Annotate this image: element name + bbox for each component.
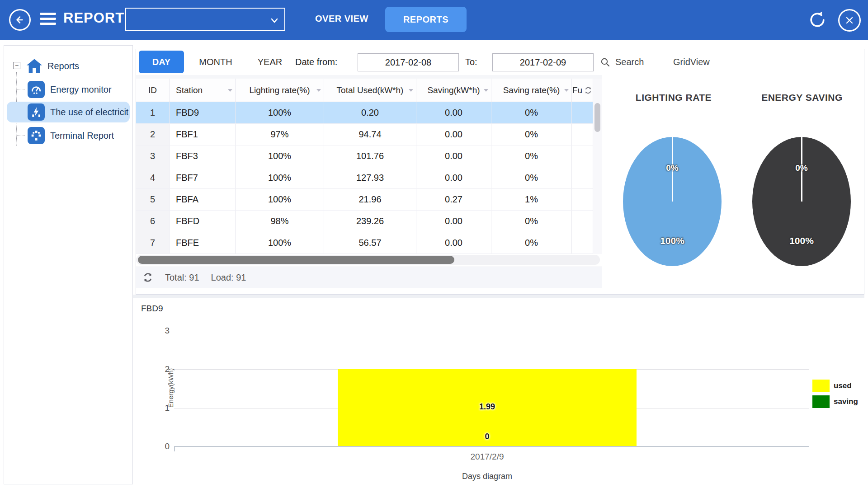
pie-label-100pct: 100%	[752, 235, 851, 246]
sidebar-item-label: Terminal Report	[50, 131, 114, 141]
filter-icon[interactable]	[564, 89, 569, 92]
x-tick-date: 2017/2/9	[338, 452, 637, 462]
date-from-input[interactable]	[358, 53, 459, 71]
sidebar-item-terminal-report[interactable]: Terminal Report	[4, 125, 132, 146]
column-header-saving[interactable]: Saving(kW*h)	[416, 79, 491, 102]
search-icon	[600, 57, 611, 68]
table-row[interactable]: 5FBFA100%21.960.271%	[136, 189, 593, 211]
header-dropdown[interactable]	[125, 8, 285, 31]
lighting-rate-title: LIGHTING RATE	[615, 92, 732, 103]
date-from-label: Date from:	[295, 49, 337, 75]
legend-item-used: used	[812, 380, 858, 392]
chevron-down-icon	[269, 15, 280, 26]
table-row[interactable]: 3FBF3100%101.760.000%	[136, 145, 593, 167]
table-footer: Total: 91 Load: 91	[136, 267, 602, 288]
days-diagram-panel: FBD9 3 2 1 0 Energy(kWh) 1.99 0 2017/2/9…	[136, 298, 864, 485]
electricity-icon	[28, 103, 45, 121]
energy-saving-pie: 0% 100%	[752, 137, 851, 266]
column-header-station[interactable]: Station	[170, 79, 236, 102]
y-tick: 3	[152, 326, 170, 336]
load-count: Load: 91	[211, 272, 246, 283]
terminal-icon	[28, 127, 45, 144]
saving-swatch	[812, 395, 830, 408]
energy-saving-title: ENERGY SAVING	[743, 92, 861, 103]
table-row[interactable]: 1FBD9100%0.200.000%	[136, 102, 593, 124]
x-axis-line	[174, 446, 809, 447]
used-swatch	[812, 380, 830, 392]
column-header-fu[interactable]: Fu	[572, 79, 593, 102]
saving-value-label: 0	[338, 432, 637, 441]
bar-chart-plot: 3 2 1 0 Energy(kWh) 1.99 0 2017/2/9 Days…	[174, 331, 809, 446]
column-header-id[interactable]: ID	[136, 79, 170, 102]
filter-icon[interactable]	[316, 89, 321, 92]
home-icon	[26, 58, 43, 74]
hamburger-menu-icon[interactable]	[40, 13, 56, 27]
reload-icon[interactable]	[142, 272, 153, 283]
sidebar-item-label: The use of electricit	[50, 107, 128, 117]
horizontal-scrollbar-thumb[interactable]	[138, 256, 454, 264]
table-row[interactable]: 6FBFD98%239.260.000%	[136, 211, 593, 232]
filter-icon[interactable]	[409, 89, 413, 92]
chart-station-title: FBD9	[141, 304, 163, 314]
table-row[interactable]: 7FBFE100%56.570.000%	[136, 232, 593, 254]
table-row[interactable]: 4FBF7100%127.930.000%	[136, 167, 593, 189]
chart-caption: Days diagram	[338, 472, 637, 481]
date-to-label: To:	[465, 49, 477, 75]
sidebar-item-reports[interactable]: Reports	[4, 56, 132, 76]
tab-overview[interactable]: OVER VIEW	[315, 14, 368, 24]
sidebar-item-label: Reports	[47, 61, 79, 71]
back-arrow-icon	[14, 14, 26, 26]
app-title: REPORT	[63, 10, 124, 26]
search-button[interactable]: Search	[600, 49, 644, 75]
app-header: REPORT OVER VIEW REPORTS	[0, 0, 868, 40]
filter-icon[interactable]	[484, 89, 488, 92]
chart-legend: used saving	[812, 380, 858, 411]
panel-divider	[133, 295, 864, 298]
vertical-scrollbar[interactable]	[593, 79, 602, 254]
column-header-saving-rate[interactable]: Saving rate(%)	[491, 79, 572, 102]
gauge-icon	[28, 81, 45, 98]
y-axis-label: Energy(kWh)	[167, 361, 175, 415]
column-header-lighting-rate[interactable]: Lighting rate(%)	[236, 79, 324, 102]
refresh-icon	[807, 10, 827, 30]
gridview-label: GridView	[673, 57, 710, 67]
date-to-input[interactable]	[492, 53, 594, 71]
pie-charts-panel: LIGHTING RATE ENERGY SAVING 0% 100% 0% 1…	[602, 75, 864, 295]
sidebar-item-use-of-electricity[interactable]: The use of electricit	[4, 102, 132, 122]
report-toolbar: DAY MONTH YEAR Date from: To: Search Gri…	[136, 49, 864, 75]
sidebar-tree: − Reports Energy monitor The use of elec…	[4, 45, 133, 484]
sidebar-item-energy-monitor[interactable]: Energy monitor	[4, 79, 132, 100]
sidebar-item-label: Energy monitor	[50, 84, 112, 95]
horizontal-scrollbar[interactable]	[136, 255, 600, 265]
used-value-label: 1.99	[338, 402, 637, 412]
tab-year[interactable]: YEAR	[249, 51, 291, 73]
table-row[interactable]: 2FBF197%94.740.000%	[136, 124, 593, 145]
tab-reports[interactable]: REPORTS	[385, 7, 467, 32]
gridview-button[interactable]: GridView	[673, 49, 710, 75]
main-panel: DAY MONTH YEAR Date from: To: Search Gri…	[136, 49, 864, 295]
tab-month[interactable]: MONTH	[193, 51, 238, 73]
tab-day[interactable]: DAY	[139, 51, 184, 73]
used-bar: 1.99 0	[338, 369, 637, 446]
search-label: Search	[615, 57, 644, 67]
filter-icon[interactable]	[228, 89, 232, 92]
stations-table: ID Station Lighting rate(%) Total Used(k…	[136, 75, 602, 295]
table-header-row: ID Station Lighting rate(%) Total Used(k…	[136, 79, 593, 102]
back-button[interactable]	[9, 9, 31, 31]
vertical-scrollbar-thumb[interactable]	[594, 103, 600, 132]
y-tick: 0	[152, 441, 170, 451]
close-icon	[844, 15, 855, 26]
pie-label-0pct: 0%	[752, 163, 851, 173]
pie-label-0pct: 0%	[623, 163, 722, 173]
column-header-total-used[interactable]: Total Used(kW*h)	[324, 79, 416, 102]
legend-item-saving: saving	[812, 395, 858, 408]
grid-refresh-icon[interactable]	[584, 86, 592, 94]
pie-label-100pct: 100%	[623, 235, 722, 246]
close-button[interactable]	[838, 9, 861, 32]
refresh-button[interactable]	[807, 10, 827, 32]
lighting-rate-pie: 0% 100%	[623, 137, 722, 266]
total-count: Total: 91	[165, 272, 199, 283]
